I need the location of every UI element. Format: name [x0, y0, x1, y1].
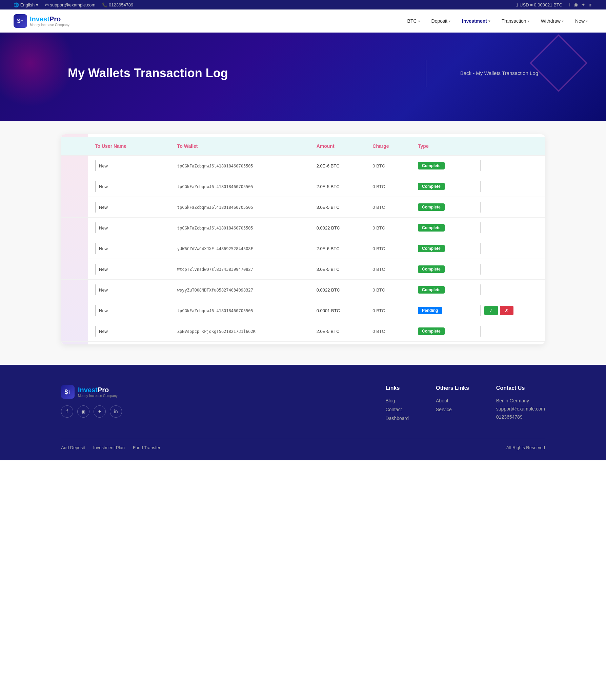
top-bar-left: 🌐 English ▾ ✉ support@example.com 📞 0123…: [14, 2, 133, 7]
actions-cell: [472, 238, 545, 259]
wallet-cell: tpCGkFaZcbqnwJ6l418018460705505: [170, 176, 310, 197]
divider: [480, 222, 481, 233]
footer-investment-plan-link[interactable]: Investment Plan: [93, 445, 125, 450]
nav-withdraw[interactable]: Withdraw▾: [536, 16, 568, 26]
amount-value: 0.0001 BTC: [317, 308, 340, 313]
charge-cell: 0 BTC: [366, 280, 411, 300]
approve-button[interactable]: ✓: [484, 306, 498, 315]
wallet-cell: WtcpTZlvnsdwD7sl837438399470827: [170, 259, 310, 280]
charge-cell: 0 BTC: [366, 259, 411, 280]
footer-twitter-icon[interactable]: ✦: [94, 405, 106, 418]
charge-value: 0 BTC: [372, 329, 385, 334]
divider: [480, 202, 481, 213]
status-cell: Pending: [411, 300, 472, 321]
footer-blog-link[interactable]: Blog: [386, 398, 409, 403]
divider: [480, 243, 481, 254]
user-name: New: [99, 225, 108, 231]
hero-decoration: [530, 34, 587, 92]
twitter-icon[interactable]: ✦: [581, 2, 585, 7]
footer-brand: $↑ InvestPro Money Increase Company f ◉ …: [61, 385, 359, 424]
charge-cell: 0 BTC: [366, 300, 411, 321]
logo[interactable]: $↑ InvestPro Money Increase Company: [14, 14, 69, 28]
th-charge: Charge: [366, 137, 411, 156]
nav-btc[interactable]: BTC▾: [403, 16, 425, 26]
table-scroll[interactable]: To User Name To Wallet Amount Charge Typ…: [61, 134, 545, 344]
user-name: New: [99, 205, 108, 210]
hero-left: My Wallets Transaction Log: [68, 66, 392, 80]
table-body: New tpCGkFaZcbqnwJ6l418018460705505 2.0E…: [61, 156, 545, 342]
amount-cell: 3.0E-5 BTC: [310, 259, 366, 280]
user-name: New: [99, 308, 108, 313]
hero-section: My Wallets Transaction Log Back - My Wal…: [0, 33, 606, 121]
status-cell: Complete: [411, 218, 472, 238]
charge-value: 0 BTC: [372, 287, 385, 293]
nav-investment[interactable]: Investment▾: [457, 16, 495, 26]
footer-instagram-icon[interactable]: ◉: [77, 405, 89, 418]
amount-cell: 0.0001 BTC: [310, 300, 366, 321]
language-selector[interactable]: 🌐 English ▾: [14, 2, 38, 7]
footer-logo-sub: Money Increase Company: [78, 394, 118, 398]
user-bar: [95, 326, 96, 337]
status-cell: Complete: [411, 280, 472, 300]
email-contact: ✉ support@example.com: [45, 2, 96, 7]
table-row: New tpCGkFaZcbqnwJ6l418018460705505 0.00…: [61, 218, 545, 238]
linkedin-icon[interactable]: in: [589, 2, 592, 7]
footer-service-link[interactable]: Service: [436, 407, 469, 412]
status-badge: Complete: [418, 203, 445, 211]
user-cell: New: [61, 156, 170, 176]
reject-button[interactable]: ✗: [500, 306, 513, 315]
footer-fund-transfer-link[interactable]: Fund Transfer: [133, 445, 160, 450]
wallet-cell: wsyyZuTO08NDTXfu858274034098327: [170, 280, 310, 300]
user-cell: New: [61, 176, 170, 197]
status-badge: Complete: [418, 286, 445, 294]
status-badge: Complete: [418, 183, 445, 190]
divider: [480, 305, 481, 316]
footer-contact-title: Contact Us: [496, 385, 545, 391]
actions-cell: [472, 321, 545, 342]
th-amount: Amount: [310, 137, 366, 156]
wallet-cell: tpCGkFaZcbqnwJ6l418018460705505: [170, 300, 310, 321]
footer-bottom-links: Add Deposit Investment Plan Fund Transfe…: [61, 445, 160, 450]
footer-contact-link[interactable]: Contact: [386, 407, 409, 412]
nav-transaction[interactable]: Transaction▾: [497, 16, 534, 26]
amount-value: 2.0E-5 BTC: [317, 329, 340, 334]
wallet-cell: tpCGkFaZcbqnwJ6l418018460705505: [170, 218, 310, 238]
user-cell: New: [61, 259, 170, 280]
amount-cell: 2.0E-6 BTC: [310, 156, 366, 176]
amount-value: 2.0E-6 BTC: [317, 246, 340, 251]
footer-phone: 0123654789: [496, 414, 545, 420]
footer-email: support@example.com: [496, 406, 545, 412]
user-bar: [95, 264, 96, 275]
user-bar: [95, 202, 96, 213]
charge-value: 0 BTC: [372, 225, 385, 231]
logo-text: InvestPro: [30, 15, 61, 23]
wallet-address: tpCGkFaZcbqnwJ6l418018460705505: [177, 164, 253, 168]
status-badge: Complete: [418, 162, 445, 169]
footer-about-link[interactable]: About: [436, 398, 469, 403]
header: $↑ InvestPro Money Increase Company BTC▾…: [0, 9, 606, 33]
instagram-icon[interactable]: ◉: [574, 2, 578, 7]
logo-subtitle: Money Increase Company: [30, 23, 69, 27]
footer-add-deposit-link[interactable]: Add Deposit: [61, 445, 85, 450]
status-cell: Complete: [411, 238, 472, 259]
amount-value: 3.0E-5 BTC: [317, 267, 340, 272]
table-row: New tpCGkFaZcbqnwJ6l418018460705505 3.0E…: [61, 197, 545, 218]
facebook-icon[interactable]: f: [569, 2, 570, 7]
wallet-cell: yUW6CZdVwC4XJXEl448692528445O8F: [170, 238, 310, 259]
nav-deposit[interactable]: Deposit▾: [427, 16, 455, 26]
divider: [480, 264, 481, 275]
footer-dashboard-link[interactable]: Dashboard: [386, 416, 409, 421]
user-bar: [95, 305, 96, 316]
user-cell: New: [61, 300, 170, 321]
footer-facebook-icon[interactable]: f: [61, 405, 73, 418]
top-bar: 🌐 English ▾ ✉ support@example.com 📞 0123…: [0, 0, 606, 9]
main-content: To User Name To Wallet Amount Charge Typ…: [0, 121, 606, 365]
footer-linkedin-icon[interactable]: in: [110, 405, 122, 418]
user-bar: [95, 284, 96, 295]
footer-top: $↑ InvestPro Money Increase Company f ◉ …: [61, 385, 545, 438]
footer-logo: $↑ InvestPro Money Increase Company: [61, 385, 359, 399]
nav-new[interactable]: New▾: [570, 16, 592, 26]
actions-cell: [472, 280, 545, 300]
charge-cell: 0 BTC: [366, 321, 411, 342]
hero-right: Back - My Wallets Transaction Log: [460, 70, 538, 76]
